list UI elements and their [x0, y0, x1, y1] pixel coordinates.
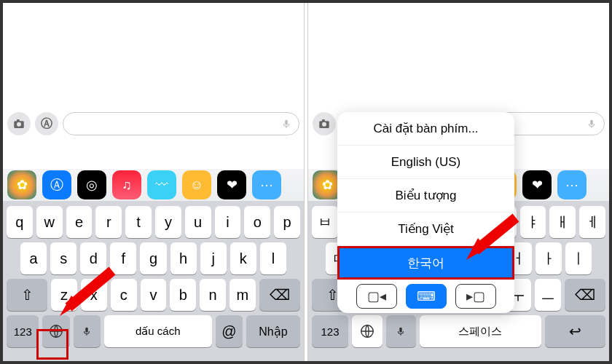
letter-key[interactable]: y: [155, 206, 181, 238]
letter-key[interactable]: m: [230, 279, 256, 311]
keyboard-language-popup: Cài đặt bàn phím... English (US) Biểu tư…: [337, 112, 514, 313]
mic-icon: [281, 117, 291, 130]
message-input-bar: Ⓐ: [7, 111, 299, 137]
letter-key[interactable]: s: [50, 242, 76, 274]
letter-key[interactable]: z: [51, 279, 77, 311]
numbers-key[interactable]: 123: [312, 315, 348, 347]
camera-button[interactable]: [313, 112, 336, 135]
letter-key[interactable]: e: [66, 206, 93, 238]
language-option[interactable]: Tiếng Việt: [337, 213, 514, 246]
layout-left[interactable]: ▢◂: [356, 284, 397, 309]
language-option[interactable]: English (US): [337, 146, 514, 179]
hangul-key[interactable]: ㅐ: [549, 206, 576, 238]
app-digital[interactable]: ❤: [217, 170, 246, 199]
svg-rect-2: [17, 119, 20, 122]
mic-icon: [396, 325, 406, 338]
app-more[interactable]: ⋯: [557, 170, 586, 199]
keyboard-left: qwertyuiop asdfghjkl ⇧ zxcvbnm ⌫ 123 dấu…: [3, 201, 304, 361]
hangul-key[interactable]: ㅣ: [565, 242, 592, 274]
letter-key[interactable]: g: [140, 242, 166, 274]
at-key[interactable]: @: [216, 315, 243, 347]
letter-key[interactable]: w: [36, 206, 63, 238]
backspace-key[interactable]: ⌫: [565, 279, 605, 311]
app-appstore[interactable]: Ⓐ: [42, 170, 71, 199]
app-photos[interactable]: ✿: [7, 170, 36, 199]
letter-key[interactable]: b: [170, 279, 196, 311]
language-option-selected[interactable]: 한국어: [337, 246, 514, 280]
camera-button[interactable]: [7, 112, 31, 135]
globe-key[interactable]: [42, 315, 69, 347]
backspace-key[interactable]: ⌫: [259, 279, 300, 311]
globe-icon: [48, 323, 64, 339]
numbers-key[interactable]: 123: [7, 315, 39, 347]
letter-key[interactable]: a: [20, 242, 47, 274]
letter-key[interactable]: i: [215, 206, 241, 238]
globe-icon: [359, 323, 375, 339]
svg-rect-11: [322, 119, 325, 122]
letter-key[interactable]: o: [244, 206, 270, 238]
svg-rect-12: [590, 120, 593, 125]
dictation-key[interactable]: [74, 315, 101, 347]
app-music[interactable]: ♫: [112, 170, 141, 199]
app-activity[interactable]: ◎: [77, 170, 106, 199]
svg-rect-15: [400, 328, 403, 333]
shift-key[interactable]: ⇧: [7, 279, 47, 311]
letter-key[interactable]: u: [185, 206, 211, 238]
svg-point-10: [322, 122, 326, 127]
message-text-field[interactable]: [63, 112, 299, 135]
appstore-button[interactable]: Ⓐ: [35, 112, 58, 135]
hangul-key[interactable]: ㅏ: [536, 242, 562, 274]
letter-key[interactable]: p: [274, 206, 300, 238]
letter-key[interactable]: h: [170, 242, 197, 274]
letter-key[interactable]: l: [260, 242, 286, 274]
mic-icon: [586, 117, 597, 130]
space-key[interactable]: dấu cách: [104, 315, 212, 347]
letter-key[interactable]: n: [200, 279, 226, 311]
right-screenshot: Ⓐ ✿ Ⓐ ◎ ♫ 〰 ☺ ❤ ⋯ ㅂㅈㄷㄱㅅㅛㅕㅑㅐㅔ ㅁㄴㅇㄹㅎㅗㅓㅏㅣ ⇧…: [308, 3, 609, 361]
letter-key[interactable]: f: [110, 242, 136, 274]
enter-key[interactable]: Nhập: [246, 315, 300, 347]
letter-key[interactable]: t: [125, 206, 152, 238]
keyboard-settings-item[interactable]: Cài đặt bàn phím...: [337, 112, 514, 146]
layout-right[interactable]: ▸▢: [455, 284, 496, 309]
mic-icon: [82, 325, 92, 338]
hangul-key[interactable]: ㅂ: [312, 206, 338, 238]
svg-rect-6: [85, 328, 88, 333]
return-key[interactable]: ↩: [545, 315, 605, 347]
dictation-key[interactable]: [386, 315, 417, 347]
letter-key[interactable]: j: [200, 242, 227, 274]
keyboard-layout-row: ▢◂ ⌨ ▸▢: [337, 280, 514, 313]
hangul-key[interactable]: ㅑ: [520, 206, 546, 238]
app-memoji[interactable]: ☺: [182, 170, 211, 199]
app-digital[interactable]: ❤: [522, 170, 552, 199]
letter-key[interactable]: c: [111, 279, 137, 311]
space-key[interactable]: 스페이스: [420, 315, 541, 347]
layout-full[interactable]: ⌨: [406, 284, 447, 309]
letter-key[interactable]: r: [95, 206, 122, 238]
hangul-key[interactable]: ㅡ: [535, 279, 561, 311]
svg-rect-3: [285, 120, 288, 125]
left-screenshot: Ⓐ ✿ Ⓐ ◎ ♫ 〰 ☺ ❤ ⋯ qwertyuiop asdfghjkl ⇧…: [3, 3, 304, 361]
app-sound[interactable]: 〰: [147, 170, 176, 199]
letter-key[interactable]: q: [7, 206, 33, 238]
hangul-key[interactable]: ㅔ: [579, 206, 605, 238]
letter-key[interactable]: v: [141, 279, 167, 311]
app-strip: ✿ Ⓐ ◎ ♫ 〰 ☺ ❤ ⋯: [3, 169, 304, 201]
letter-key[interactable]: d: [80, 242, 106, 274]
app-more[interactable]: ⋯: [252, 170, 281, 199]
svg-point-1: [17, 122, 21, 127]
language-option[interactable]: Biểu tượng: [337, 179, 514, 213]
letter-key[interactable]: k: [230, 242, 256, 274]
globe-key[interactable]: [352, 315, 382, 347]
letter-key[interactable]: x: [81, 279, 107, 311]
